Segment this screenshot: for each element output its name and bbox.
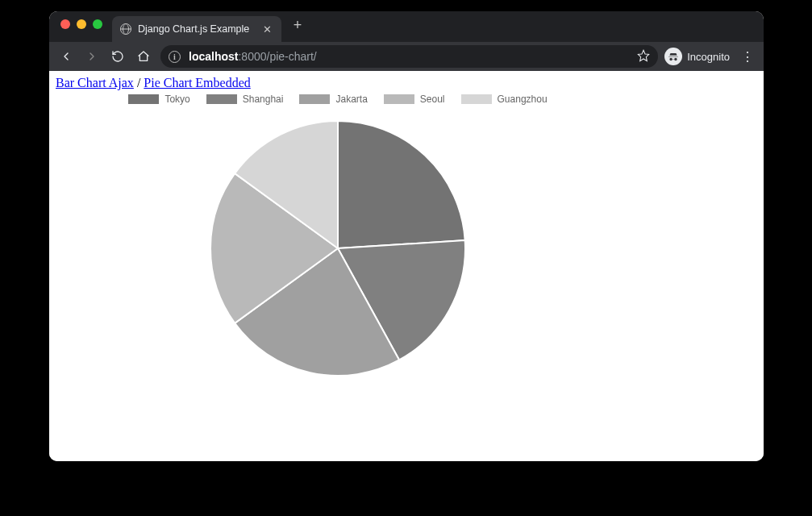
legend-item[interactable]: Shanghai (206, 94, 284, 105)
legend-item[interactable]: Tokyo (128, 94, 189, 105)
site-info-icon[interactable]: i (169, 51, 181, 63)
legend-swatch (461, 94, 492, 104)
new-tab-button[interactable]: + (286, 17, 309, 34)
window-controls (60, 19, 102, 29)
back-button[interactable] (54, 44, 78, 69)
legend-swatch (206, 94, 237, 104)
incognito-label: Incognito (687, 51, 730, 63)
link-pie-chart-embedded[interactable]: Pie Chart Embedded (144, 76, 250, 89)
chart-container: TokyoShanghaiJakartaSeoulGuangzhou (56, 94, 620, 385)
page-content: Bar Chart Ajax / Pie Chart Embedded Toky… (49, 71, 764, 461)
url-port: :8000 (238, 50, 266, 63)
window-close-icon[interactable] (60, 19, 70, 29)
bookmark-icon[interactable] (637, 49, 650, 64)
address-bar[interactable]: i localhost:8000/pie-chart/ (160, 45, 658, 68)
legend-swatch (384, 94, 414, 104)
incognito-indicator[interactable]: Incognito (663, 48, 735, 65)
chart-legend: TokyoShanghaiJakartaSeoulGuangzhou (56, 94, 620, 105)
forward-button[interactable] (80, 44, 104, 69)
legend-item[interactable]: Seoul (384, 94, 445, 105)
globe-icon (120, 23, 131, 35)
legend-label: Tokyo (164, 94, 189, 105)
legend-item[interactable]: Jakarta (299, 94, 367, 105)
link-bar-chart-ajax[interactable]: Bar Chart Ajax (56, 76, 134, 89)
url-text: localhost:8000/pie-chart/ (189, 50, 629, 63)
breadcrumb: Bar Chart Ajax / Pie Chart Embedded (56, 76, 757, 90)
home-button[interactable] (131, 44, 156, 69)
browser-window: Django Chart.js Example ✕ + i localhost:… (49, 11, 764, 461)
breadcrumb-sep: / (134, 76, 144, 89)
menu-button[interactable]: ⋮ (736, 49, 759, 64)
legend-item[interactable]: Guangzhou (461, 94, 548, 105)
tab-title: Django Chart.js Example (138, 23, 255, 35)
legend-label: Seoul (420, 94, 445, 105)
url-path: /pie-chart/ (267, 50, 317, 63)
tab-close-icon[interactable]: ✕ (261, 24, 273, 35)
legend-swatch (128, 94, 159, 104)
window-maximize-icon[interactable] (93, 19, 102, 29)
legend-label: Jakarta (335, 94, 367, 105)
incognito-icon (664, 48, 682, 65)
svg-marker-0 (639, 50, 649, 60)
pie-slice[interactable] (338, 121, 465, 248)
browser-tab[interactable]: Django Chart.js Example ✕ (112, 16, 281, 42)
toolbar: i localhost:8000/pie-chart/ Incognito ⋮ (49, 42, 764, 71)
reload-button[interactable] (106, 44, 130, 69)
window-minimize-icon[interactable] (77, 19, 86, 29)
legend-swatch (299, 94, 330, 104)
pie-chart (56, 111, 620, 385)
legend-label: Guangzhou (498, 94, 548, 105)
legend-label: Shanghai (243, 94, 284, 105)
titlebar: Django Chart.js Example ✕ + (49, 11, 764, 42)
url-host: localhost (189, 50, 238, 63)
